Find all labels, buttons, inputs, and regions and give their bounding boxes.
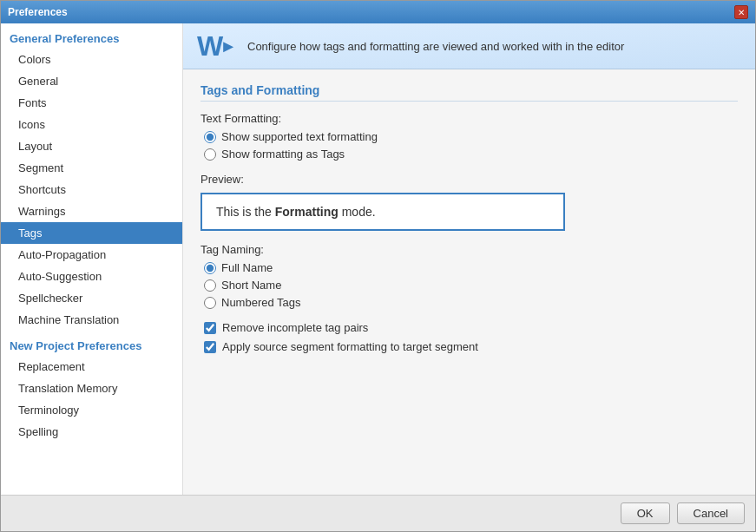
sidebar-item-spellchecker[interactable]: Spellchecker bbox=[1, 287, 182, 309]
preview-text-after: mode. bbox=[339, 205, 376, 219]
sidebar-item-layout[interactable]: Layout bbox=[1, 135, 182, 157]
tag-naming-group: Tag Naming: Full Name Short Name Numbere… bbox=[201, 243, 738, 309]
sidebar-item-warnings[interactable]: Warnings bbox=[1, 200, 182, 222]
checkboxes-group: Remove incomplete tag pairs Apply source… bbox=[201, 321, 738, 353]
dialog-body: General Preferences Colors General Fonts… bbox=[1, 23, 755, 495]
radio-show-supported[interactable]: Show supported text formatting bbox=[201, 130, 738, 143]
new-project-preferences-header: New Project Preferences bbox=[1, 331, 182, 356]
tag-naming-label: Tag Naming: bbox=[201, 243, 738, 256]
radio-numbered-tags[interactable]: Numbered Tags bbox=[201, 296, 738, 309]
dialog-title: Preferences bbox=[8, 6, 68, 18]
sidebar-item-icons[interactable]: Icons bbox=[1, 114, 182, 135]
checkbox-remove-incomplete-input[interactable] bbox=[204, 322, 216, 334]
radio-show-as-tags-label: Show formatting as Tags bbox=[221, 148, 345, 161]
text-formatting-group: Text Formatting: Show supported text for… bbox=[201, 112, 738, 161]
sidebar-item-spelling[interactable]: Spelling bbox=[1, 421, 182, 443]
sidebar-item-auto-suggestion[interactable]: Auto-Suggestion bbox=[1, 266, 182, 287]
radio-show-as-tags[interactable]: Show formatting as Tags bbox=[201, 148, 738, 161]
tags-formatting-title: Tags and Formatting bbox=[201, 83, 738, 102]
sidebar-item-translation-memory[interactable]: Translation Memory bbox=[1, 378, 182, 399]
sidebar-item-auto-propagation[interactable]: Auto-Propagation bbox=[1, 244, 182, 266]
radio-full-name-label: Full Name bbox=[221, 261, 273, 274]
general-preferences-header: General Preferences bbox=[1, 23, 182, 49]
radio-short-name-input[interactable] bbox=[204, 279, 216, 292]
radio-numbered-tags-label: Numbered Tags bbox=[221, 296, 301, 309]
header-description: Configure how tags and formatting are vi… bbox=[247, 40, 624, 53]
content-area: Tags and Formatting Text Formatting: Sho… bbox=[183, 69, 755, 495]
main-content: W ► Configure how tags and formatting ar… bbox=[183, 23, 755, 495]
radio-show-as-tags-input[interactable] bbox=[204, 148, 216, 161]
checkbox-apply-source[interactable]: Apply source segment formatting to targe… bbox=[201, 340, 738, 353]
radio-full-name-input[interactable] bbox=[204, 262, 216, 274]
radio-show-supported-label: Show supported text formatting bbox=[221, 130, 378, 143]
text-formatting-label: Text Formatting: bbox=[201, 112, 738, 125]
header-banner: W ► Configure how tags and formatting ar… bbox=[183, 23, 755, 69]
preview-group: Preview: This is the Formatting mode. bbox=[201, 173, 738, 231]
sidebar-item-tags[interactable]: Tags bbox=[1, 222, 182, 244]
preview-text-bold: Formatting bbox=[275, 205, 339, 219]
sidebar-item-segment[interactable]: Segment bbox=[1, 157, 182, 179]
logo-arrow: ► bbox=[220, 36, 237, 56]
radio-full-name[interactable]: Full Name bbox=[201, 261, 738, 274]
radio-show-supported-input[interactable] bbox=[204, 131, 216, 143]
checkbox-apply-source-input[interactable] bbox=[204, 341, 216, 353]
sidebar-item-shortcuts[interactable]: Shortcuts bbox=[1, 179, 182, 200]
radio-short-name[interactable]: Short Name bbox=[201, 279, 738, 292]
preview-box: This is the Formatting mode. bbox=[201, 193, 565, 231]
dialog-footer: OK Cancel bbox=[1, 495, 755, 531]
preview-label: Preview: bbox=[201, 173, 738, 186]
sidebar-item-machine-translation[interactable]: Machine Translation bbox=[1, 309, 182, 331]
close-button[interactable]: ✕ bbox=[734, 5, 748, 19]
logo: W ► bbox=[197, 32, 237, 60]
sidebar-item-fonts[interactable]: Fonts bbox=[1, 92, 182, 114]
radio-numbered-tags-input[interactable] bbox=[204, 297, 216, 309]
sidebar-item-replacement[interactable]: Replacement bbox=[1, 356, 182, 378]
title-bar: Preferences ✕ bbox=[1, 1, 755, 23]
sidebar-item-colors[interactable]: Colors bbox=[1, 49, 182, 70]
radio-short-name-label: Short Name bbox=[221, 279, 281, 292]
checkbox-apply-source-label: Apply source segment formatting to targe… bbox=[222, 340, 478, 353]
sidebar-item-terminology[interactable]: Terminology bbox=[1, 399, 182, 421]
checkbox-remove-incomplete-label: Remove incomplete tag pairs bbox=[222, 321, 368, 334]
cancel-button[interactable]: Cancel bbox=[677, 502, 745, 524]
ok-button[interactable]: OK bbox=[621, 502, 670, 524]
sidebar: General Preferences Colors General Fonts… bbox=[1, 23, 183, 495]
preview-text-before: This is the bbox=[216, 205, 275, 219]
checkbox-remove-incomplete[interactable]: Remove incomplete tag pairs bbox=[201, 321, 738, 334]
sidebar-item-general[interactable]: General bbox=[1, 70, 182, 92]
preferences-dialog: Preferences ✕ General Preferences Colors… bbox=[0, 0, 756, 532]
